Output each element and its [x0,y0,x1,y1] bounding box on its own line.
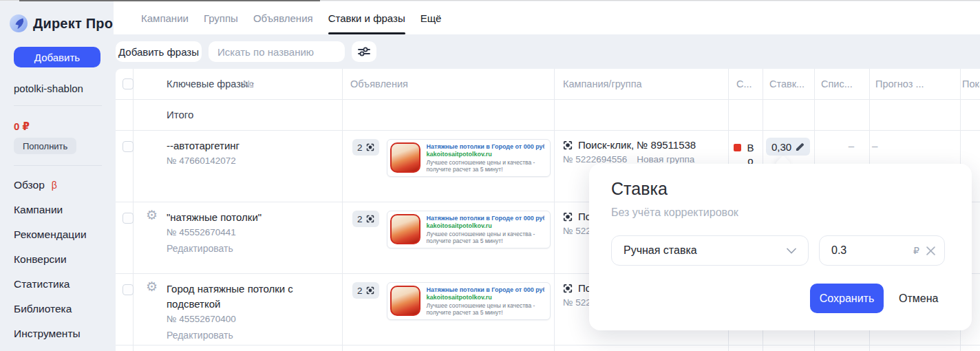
totals-row: Итого [116,99,980,130]
header-campaign-group[interactable]: Кампания/группа [563,78,642,89]
header-impressions[interactable]: Пока [962,78,980,89]
row-checkbox[interactable] [122,141,134,152]
group-number: № 5222694556 [563,154,627,164]
ad-thumbnail-image [390,214,420,244]
keyphrase-text[interactable]: Город натяжные потолки с подсветкой [167,281,342,312]
row-checkbox[interactable] [122,284,134,295]
sidebar-item-overview[interactable]: Обзор β [14,173,87,198]
ad-url[interactable]: kakoitosaitpotolkov.ru [427,222,544,230]
app-title: Директ Про [33,16,113,32]
chevron-down-icon [787,248,796,254]
bid-cell[interactable]: 0,30 [766,138,810,156]
ad-preview-card[interactable]: Натяжные потолки в Городе от 000 руб/м² … [387,139,551,177]
ad-preview-card[interactable]: Натяжные потолки в Городе от 000 руб/м² … [387,282,551,320]
balance-amount: 0 ₽ [14,120,30,133]
forecast-value: – [872,140,877,151]
header-keyphrases[interactable]: Ключевые фразы↑ [167,78,255,89]
keyphrase-text[interactable]: --автотаргетинг [167,138,342,153]
gear-icon[interactable]: ⚙ [146,207,158,223]
divider [14,105,102,106]
sidebar-item-tools[interactable]: Инструменты [14,321,87,346]
bid-input[interactable] [820,244,913,257]
header-number: № [243,78,254,89]
ad-description: Лучшее соотношение цены и качества - пол… [427,159,544,173]
ad-url[interactable]: kakoitosaitpotolkov.ru [427,151,544,158]
currency-label: ₽ [913,245,919,256]
keyphrase-number: № 45552670441 [167,227,342,237]
add-button[interactable]: Добавить [14,47,100,67]
tab-bids-and-phrases[interactable]: Ставки и фразы [328,1,405,34]
bid-popover: Ставка Без учёта корректировок Ручная ст… [589,164,972,330]
ad-description: Лучшее соотношение цены и качества - пол… [427,302,544,316]
topup-button[interactable]: Пополнить [14,138,76,154]
keyphrase-number: № 45552670400 [167,314,342,324]
save-button[interactable]: Сохранить [810,284,884,313]
cancel-button[interactable]: Отмена [899,284,938,313]
sidebar: Директ Про Добавить potolki-shablon 0 ₽ … [0,0,114,351]
ad-title[interactable]: Натяжные потолки в Городе от 000 руб/м² … [427,143,544,151]
row-divider [116,345,980,345]
bid-input-wrap: ₽ [819,235,945,266]
sidebar-item-library[interactable]: Библиотека [14,297,87,321]
sidebar-item-campaigns[interactable]: Кампании [14,198,87,222]
edit-pencil-icon [796,142,805,151]
ads-count-badge[interactable]: 2 [352,139,379,156]
sidebar-item-recommendations[interactable]: Рекомендации [14,222,87,247]
writeoff-value: – [845,140,858,151]
divider [19,0,320,1]
tab-groups[interactable]: Группы [204,1,238,34]
keyphrase-text[interactable]: "натяжные потолки" [167,210,342,225]
tab-more[interactable]: Ещё [420,1,442,34]
divider [14,165,102,166]
direct-pro-logo-icon [10,14,28,32]
account-name[interactable]: potolki-shablon [14,83,83,94]
ads-count-badge[interactable]: 2 [352,282,379,299]
row-checkbox[interactable] [122,213,134,224]
sliders-filter-icon [358,47,370,56]
search-input[interactable] [209,41,345,62]
sidebar-item-conversions[interactable]: Конверсии [14,247,87,272]
targeting-icon [366,143,374,151]
targeting-icon [366,215,374,223]
targeting-icon [563,284,573,293]
tab-campaigns[interactable]: Кампании [141,1,189,34]
add-phrases-button[interactable]: Добавить фразы [116,41,202,62]
popover-subtitle: Без учёта корректировок [611,206,738,219]
tab-ads[interactable]: Объявления [253,1,313,34]
targeting-icon [366,286,374,295]
header-writeoff[interactable]: Спис... [821,78,853,89]
totals-label: Итого [167,109,193,120]
edit-phrase-link[interactable]: Редактировать [167,243,342,254]
strategy-select[interactable]: Ручная ставка [611,235,809,266]
beta-badge: β [52,180,57,191]
ad-thumbnail-image [390,286,420,316]
top-navigation: Кампании Группы Объявления Ставки и фраз… [114,1,980,34]
status-stopped-icon [734,144,741,151]
group-name[interactable]: Новая группа [637,154,694,164]
popover-title: Ставка [611,179,668,199]
ad-title[interactable]: Натяжные потолки в Городе от 000 руб/м² … [427,215,544,222]
keyphrase-number: № 47660142072 [167,156,342,166]
ad-preview-card[interactable]: Натяжные потолки в Городе от 000 руб/м² … [387,211,551,248]
header-status[interactable]: С... [736,78,752,89]
ad-url[interactable]: kakoitosaitpotolkov.ru [427,294,544,301]
app-logo[interactable]: Директ Про [10,14,113,32]
clear-input-icon[interactable] [926,246,935,255]
strategy-value: Ручная ставка [624,244,697,257]
filter-button[interactable] [352,41,376,62]
header-bid[interactable]: Ставк... [769,78,805,89]
gear-icon[interactable]: ⚙ [146,279,158,295]
select-all-checkbox[interactable] [122,78,134,89]
bid-value: 0,30 [771,141,791,153]
ads-count-badge[interactable]: 2 [352,211,379,227]
header-ads[interactable]: Объявления [350,78,408,89]
header-forecast[interactable]: Прогноз ... [875,78,924,89]
sidebar-item-statistics[interactable]: Статистика [14,272,87,297]
targeting-icon [563,212,573,222]
ad-thumbnail-image [390,142,420,173]
edit-phrase-link[interactable]: Редактировать [167,330,342,341]
direct-pro-app: Директ Про Добавить potolki-shablon 0 ₽ … [0,0,980,351]
campaign-name[interactable]: Поиск-клик, № 89511538 [578,139,696,151]
ad-description: Лучшее соотношение цены и качества - пол… [427,231,544,244]
ad-title[interactable]: Натяжные потолки в Городе от 000 руб/м² … [427,286,544,294]
